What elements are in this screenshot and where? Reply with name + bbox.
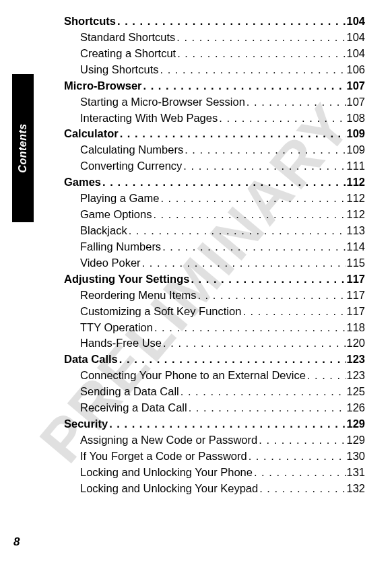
- toc-row: Calculator. . . . . . . . . . . . . . . …: [64, 126, 365, 142]
- toc-leader-dots: . . . . . . . . . . . . . . . . . . . . …: [179, 384, 347, 400]
- toc-page: 106: [346, 62, 365, 78]
- toc-row: Video Poker. . . . . . . . . . . . . . .…: [64, 255, 365, 271]
- toc-page: 129: [346, 432, 365, 448]
- toc-page: 104: [346, 13, 365, 30]
- toc-label: Game Options: [80, 207, 152, 223]
- toc-leader-dots: . . . . . . . . . . . . . . . . . . . . …: [142, 78, 347, 94]
- toc-row: Locking and Unlocking Your Phone. . . . …: [64, 465, 365, 481]
- toc-page: 117: [346, 288, 365, 304]
- toc-label: Adjusting Your Settings: [64, 271, 189, 288]
- toc-page: 113: [346, 223, 365, 239]
- toc-leader-dots: . . . . . . . . . . . . . . . . . . . . …: [161, 239, 346, 255]
- toc-page: 108: [346, 110, 365, 127]
- toc-row: Creating a Shortcut. . . . . . . . . . .…: [64, 46, 365, 62]
- toc-leader-dots: . . . . . . . . . . . . . . . . . . . . …: [257, 432, 346, 448]
- toc-page: 125: [346, 384, 365, 400]
- toc-leader-dots: . . . . . . . . . . . . . . . . . . . . …: [182, 158, 346, 174]
- toc-row: Connecting Your Phone to an External Dev…: [64, 368, 365, 384]
- toc-leader-dots: . . . . . . . . . . . . . . . . . . . . …: [127, 223, 347, 239]
- toc-label: Shortcuts: [64, 13, 116, 30]
- toc-label: Receiving a Data Call: [80, 400, 187, 416]
- toc-label: Micro-Browser: [64, 78, 142, 94]
- toc-label: Security: [64, 416, 108, 432]
- toc-page: 112: [346, 207, 365, 223]
- toc-label: Using Shortcuts: [80, 62, 158, 78]
- toc-label: Blackjack: [80, 223, 127, 239]
- toc-leader-dots: . . . . . . . . . . . . . . . . . . . . …: [152, 207, 346, 223]
- toc-leader-dots: . . . . . . . . . . . . . . . . . . . . …: [101, 174, 346, 191]
- toc-row: Security. . . . . . . . . . . . . . . . …: [64, 416, 365, 432]
- toc-page: 111: [346, 158, 365, 174]
- toc-page: 123: [346, 368, 365, 384]
- toc-row: Falling Numbers. . . . . . . . . . . . .…: [64, 239, 365, 255]
- toc-label: Standard Shortcuts: [80, 30, 175, 46]
- toc-page: 109: [346, 126, 365, 142]
- toc-label: Video Poker: [80, 255, 141, 271]
- toc-page: 104: [346, 46, 365, 62]
- toc-row: Games. . . . . . . . . . . . . . . . . .…: [64, 174, 365, 191]
- toc-row: Calculating Numbers. . . . . . . . . . .…: [64, 142, 365, 158]
- toc-row: Interacting With Web Pages. . . . . . . …: [64, 110, 365, 127]
- toc-label: Data Calls: [64, 352, 118, 368]
- toc-label: Locking and Unlocking Your Keypad: [80, 481, 258, 497]
- toc-page: 129: [346, 416, 365, 432]
- toc-leader-dots: . . . . . . . . . . . . . . . . . . . . …: [141, 255, 347, 271]
- toc-page: 132: [346, 481, 365, 497]
- toc-label: If You Forget a Code or Password: [80, 448, 247, 465]
- toc-row: Standard Shortcuts. . . . . . . . . . . …: [64, 30, 365, 46]
- toc-leader-dots: . . . . . . . . . . . . . . . . . . . . …: [218, 110, 346, 127]
- toc-label: Connecting Your Phone to an External Dev…: [80, 368, 306, 384]
- toc-page: 114: [346, 239, 365, 255]
- toc-row: Hands-Free Use. . . . . . . . . . . . . …: [64, 335, 365, 352]
- toc-row: Starting a Micro-Browser Session. . . . …: [64, 94, 365, 110]
- toc-leader-dots: . . . . . . . . . . . . . . . . . . . . …: [196, 288, 346, 304]
- toc-page: 123: [346, 352, 365, 368]
- side-tab-label: Contents: [17, 123, 29, 172]
- toc-label: Assigning a New Code or Password: [80, 432, 257, 448]
- side-tab: Contents: [12, 74, 34, 222]
- toc-leader-dots: . . . . . . . . . . . . . . . . . . . . …: [176, 46, 346, 62]
- toc-label: Sending a Data Call: [80, 384, 179, 400]
- toc-row: Playing a Game. . . . . . . . . . . . . …: [64, 191, 365, 207]
- toc-page: 131: [346, 465, 365, 481]
- toc-page: 109: [346, 142, 365, 158]
- toc-label: TTY Operation: [80, 320, 153, 336]
- toc-label: Reordering Menu Items: [80, 288, 196, 304]
- toc-page: 117: [346, 304, 365, 320]
- toc-row: Micro-Browser. . . . . . . . . . . . . .…: [64, 78, 365, 94]
- toc-row: Customizing a Soft Key Function. . . . .…: [64, 304, 365, 320]
- toc-leader-dots: . . . . . . . . . . . . . . . . . . . . …: [258, 481, 346, 497]
- toc-leader-dots: . . . . . . . . . . . . . . . . . . . . …: [245, 94, 347, 110]
- toc-row: Converting Currency. . . . . . . . . . .…: [64, 158, 365, 174]
- toc-row: Using Shortcuts. . . . . . . . . . . . .…: [64, 62, 365, 78]
- toc-label: Falling Numbers: [80, 239, 161, 255]
- toc-page: 112: [346, 191, 365, 207]
- toc-label: Starting a Micro-Browser Session: [80, 94, 245, 110]
- toc-row: Reordering Menu Items. . . . . . . . . .…: [64, 288, 365, 304]
- toc-label: Locking and Unlocking Your Phone: [80, 465, 253, 481]
- toc-leader-dots: . . . . . . . . . . . . . . . . . . . . …: [183, 142, 346, 158]
- toc-leader-dots: . . . . . . . . . . . . . . . . . . . . …: [119, 126, 347, 142]
- toc-row: Assigning a New Code or Password. . . . …: [64, 432, 365, 448]
- toc-row: If You Forget a Code or Password. . . . …: [64, 448, 365, 465]
- toc-page: 115: [346, 255, 365, 271]
- toc-label: Customizing a Soft Key Function: [80, 304, 241, 320]
- toc-page: 107: [346, 78, 365, 94]
- toc-leader-dots: . . . . . . . . . . . . . . . . . . . . …: [241, 304, 346, 320]
- toc-leader-dots: . . . . . . . . . . . . . . . . . . . . …: [175, 30, 346, 46]
- toc-page: 107: [346, 94, 365, 110]
- toc-label: Games: [64, 174, 101, 191]
- toc-label: Playing a Game: [80, 191, 159, 207]
- toc-leader-dots: . . . . . . . . . . . . . . . . . . . . …: [187, 400, 347, 416]
- toc-leader-dots: . . . . . . . . . . . . . . . . . . . . …: [306, 368, 347, 384]
- toc-content: Shortcuts. . . . . . . . . . . . . . . .…: [64, 13, 365, 497]
- toc-page: 126: [346, 400, 365, 416]
- toc-page: 104: [346, 30, 365, 46]
- toc-leader-dots: . . . . . . . . . . . . . . . . . . . . …: [158, 62, 346, 78]
- toc-page: 120: [346, 335, 365, 352]
- toc-label: Calculating Numbers: [80, 142, 183, 158]
- toc-leader-dots: . . . . . . . . . . . . . . . . . . . . …: [153, 320, 347, 336]
- toc-row: Game Options. . . . . . . . . . . . . . …: [64, 207, 365, 223]
- toc-label: Converting Currency: [80, 158, 182, 174]
- toc-page: 130: [346, 448, 365, 465]
